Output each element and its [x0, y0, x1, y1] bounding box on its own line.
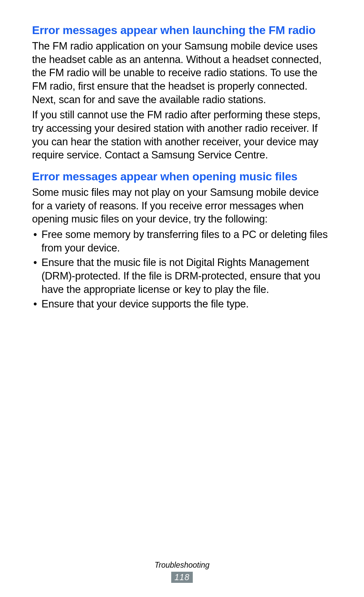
section-heading-music-files: Error messages appear when opening music…: [32, 170, 332, 183]
bullet-list: Free some memory by transferring files t…: [32, 228, 332, 311]
list-item: Ensure that the music file is not Digita…: [32, 256, 332, 296]
list-item: Free some memory by transferring files t…: [32, 228, 332, 255]
section-heading-fm-radio: Error messages appear when launching the…: [32, 24, 332, 37]
page-number: 118: [171, 572, 193, 583]
page-content: Error messages appear when launching the…: [0, 0, 364, 311]
list-item: Ensure that your device supports the fil…: [32, 297, 332, 311]
page-footer: Troubleshooting 118: [0, 561, 364, 583]
footer-section-label: Troubleshooting: [0, 561, 364, 570]
body-paragraph: The FM radio application on your Samsung…: [32, 39, 332, 106]
body-paragraph: If you still cannot use the FM radio aft…: [32, 108, 332, 162]
body-paragraph: Some music files may not play on your Sa…: [32, 186, 332, 226]
